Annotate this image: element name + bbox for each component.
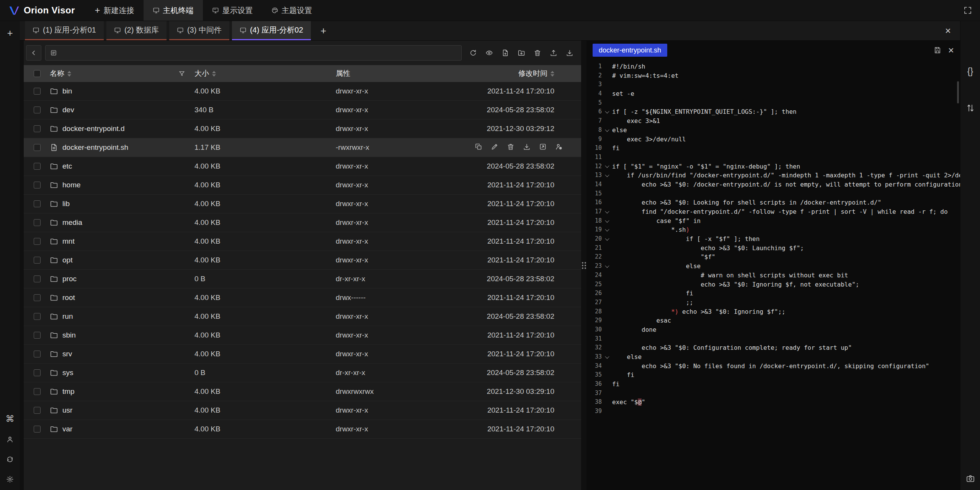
row-checkbox[interactable] — [34, 257, 41, 264]
code-editor[interactable]: 1 #!/bin/sh 2 # vim:sw=4:ts=4:et — [586, 60, 960, 490]
delete-trash-icon[interactable] — [507, 143, 514, 151]
download-icon[interactable] — [523, 143, 531, 151]
command-icon[interactable]: ⌘ — [6, 415, 15, 423]
sort-icons[interactable] — [67, 71, 71, 77]
editor-file-tab[interactable]: docker-entrypoint.sh — [593, 44, 667, 57]
fold-chevron-icon[interactable] — [602, 165, 612, 168]
row-checkbox[interactable] — [34, 163, 41, 170]
line-number: 26 — [586, 289, 602, 298]
file-row[interactable]: mnt 4.00 KB drwxr-xr-x 2021-11-24 17:20:… — [24, 232, 581, 251]
menu-item-new-connection[interactable]: + 新建连接 — [86, 0, 144, 21]
file-row[interactable]: docker-entrypoint.d 4.00 KB drwxr-xr-x 2… — [24, 120, 581, 138]
file-row[interactable]: docker-entrypoint.sh 1.17 KB -rwxrwxr-x — [24, 138, 581, 157]
row-checkbox[interactable] — [34, 332, 41, 339]
fold-chevron-icon[interactable] — [602, 265, 612, 268]
row-checkbox[interactable] — [34, 388, 41, 395]
edit-pencil-icon[interactable] — [491, 143, 498, 151]
file-row[interactable]: etc 4.00 KB drwxr-xr-x 2024-05-28 23:58:… — [24, 157, 581, 176]
session-tab[interactable]: (1) 应用-分析01 — [25, 21, 104, 40]
menu-item-display-settings[interactable]: 显示设置 — [203, 0, 262, 21]
file-row[interactable]: opt 4.00 KB drwxr-xr-x 2021-11-24 17:20:… — [24, 251, 581, 270]
fold-chevron-icon[interactable] — [602, 238, 612, 241]
row-checkbox[interactable] — [34, 275, 41, 282]
row-checkbox[interactable] — [34, 369, 41, 376]
file-row[interactable]: var 4.00 KB drwxr-xr-x 2021-11-24 17:20:… — [24, 420, 581, 439]
row-checkbox[interactable] — [34, 144, 41, 151]
column-size[interactable]: 大小 — [194, 69, 216, 79]
row-checkbox[interactable] — [34, 88, 41, 95]
filter-funnel-icon[interactable] — [178, 70, 185, 77]
download-icon[interactable] — [566, 49, 573, 57]
row-checkbox[interactable] — [34, 125, 41, 132]
row-checkbox[interactable] — [34, 351, 41, 357]
session-tab[interactable]: (4) 应用-分析02 — [232, 21, 311, 40]
row-checkbox[interactable] — [34, 200, 41, 207]
refresh-icon[interactable] — [469, 49, 477, 57]
row-checkbox[interactable] — [34, 426, 41, 433]
fold-chevron-icon[interactable] — [602, 220, 612, 223]
file-row[interactable]: proc 0 B dr-xr-xr-x 2024-05-28 23:58:02 — [24, 270, 581, 288]
row-checkbox[interactable] — [34, 107, 41, 113]
permission-icon[interactable] — [555, 143, 563, 151]
file-row[interactable]: home 4.00 KB drwxr-xr-x 2021-11-24 17:20… — [24, 176, 581, 195]
row-checkbox[interactable] — [34, 407, 41, 414]
editor-scrollbar[interactable] — [957, 81, 959, 103]
menu-item-theme-settings[interactable]: 主题设置 — [262, 0, 322, 21]
screenshot-camera-icon[interactable] — [966, 474, 975, 483]
file-row[interactable]: lib 4.00 KB drwxr-xr-x 2021-11-24 17:20:… — [24, 195, 581, 213]
path-input[interactable] — [45, 45, 462, 61]
fold-chevron-icon[interactable] — [602, 356, 612, 359]
menu-item-host-terminal[interactable]: 主机终端 — [144, 0, 203, 21]
braces-icon[interactable]: {} — [967, 67, 973, 76]
row-checkbox[interactable] — [34, 219, 41, 226]
file-row[interactable]: root 4.00 KB drwx------ 2021-11-24 17:20… — [24, 288, 581, 307]
fold-chevron-icon[interactable] — [602, 110, 612, 113]
column-mtime[interactable]: 修改时间 — [518, 69, 554, 79]
file-row[interactable]: media 4.00 KB drwxr-xr-x 2021-11-24 17:2… — [24, 213, 581, 232]
user-icon[interactable] — [6, 436, 14, 443]
fold-chevron-icon[interactable] — [602, 174, 612, 177]
sort-icons[interactable] — [212, 71, 216, 77]
file-row[interactable]: srv 4.00 KB drwxr-xr-x 2021-11-24 17:20:… — [24, 345, 581, 364]
sync-icon[interactable] — [6, 456, 14, 463]
move-icon[interactable] — [539, 143, 547, 151]
row-checkbox[interactable] — [34, 238, 41, 245]
editor-close-icon[interactable]: × — [948, 45, 954, 55]
delete-trash-icon[interactable] — [534, 49, 541, 57]
file-row[interactable]: usr 4.00 KB drwxr-xr-x 2021-11-24 17:20:… — [24, 401, 581, 420]
copy-icon[interactable] — [475, 143, 482, 151]
fold-chevron-icon[interactable] — [602, 228, 612, 231]
fold-chevron-icon[interactable] — [602, 210, 612, 213]
close-icon[interactable]: × — [936, 21, 960, 40]
session-tab[interactable]: (2) 数据库 — [106, 21, 167, 40]
line-number: 30 — [586, 325, 602, 334]
back-button[interactable] — [26, 45, 41, 61]
file-attr: drwxr-xr-x — [336, 237, 458, 246]
file-row[interactable]: tmp 4.00 KB drwxrwxrwx 2021-12-30 03:29:… — [24, 382, 581, 401]
select-all-checkbox[interactable] — [34, 70, 41, 77]
upload-icon[interactable] — [550, 49, 557, 57]
file-size: 4.00 KB — [194, 350, 336, 358]
sort-icons[interactable] — [550, 71, 554, 77]
settings-gear-icon[interactable] — [6, 475, 14, 483]
row-checkbox[interactable] — [34, 182, 41, 188]
file-row[interactable]: bin 4.00 KB drwxr-xr-x 2021-11-24 17:20:… — [24, 82, 581, 101]
file-row[interactable]: sbin 4.00 KB drwxr-xr-x 2021-11-24 17:20… — [24, 326, 581, 345]
preview-eye-icon[interactable] — [485, 49, 493, 57]
fullscreen-icon[interactable] — [963, 6, 972, 15]
add-tab-button[interactable]: + — [314, 21, 333, 40]
panel-splitter[interactable] — [581, 41, 586, 490]
swap-vertical-icon[interactable] — [966, 103, 975, 113]
row-checkbox[interactable] — [34, 313, 41, 320]
new-folder-icon[interactable] — [518, 49, 525, 57]
file-row[interactable]: dev 340 B drwxr-xr-x 2024-05-28 23:58:02 — [24, 101, 581, 120]
fold-chevron-icon[interactable] — [602, 129, 612, 132]
rail-new-icon[interactable]: + — [7, 27, 13, 39]
row-checkbox[interactable] — [34, 294, 41, 301]
save-icon[interactable] — [934, 46, 941, 54]
file-row[interactable]: run 4.00 KB drwxr-xr-x 2024-05-28 23:58:… — [24, 307, 581, 326]
new-file-icon[interactable] — [501, 49, 509, 57]
file-row[interactable]: sys 0 B dr-xr-xr-x 2024-05-28 23:58:02 — [24, 364, 581, 382]
column-name[interactable]: 名称 — [50, 69, 71, 79]
session-tab[interactable]: (3) 中间件 — [169, 21, 229, 40]
